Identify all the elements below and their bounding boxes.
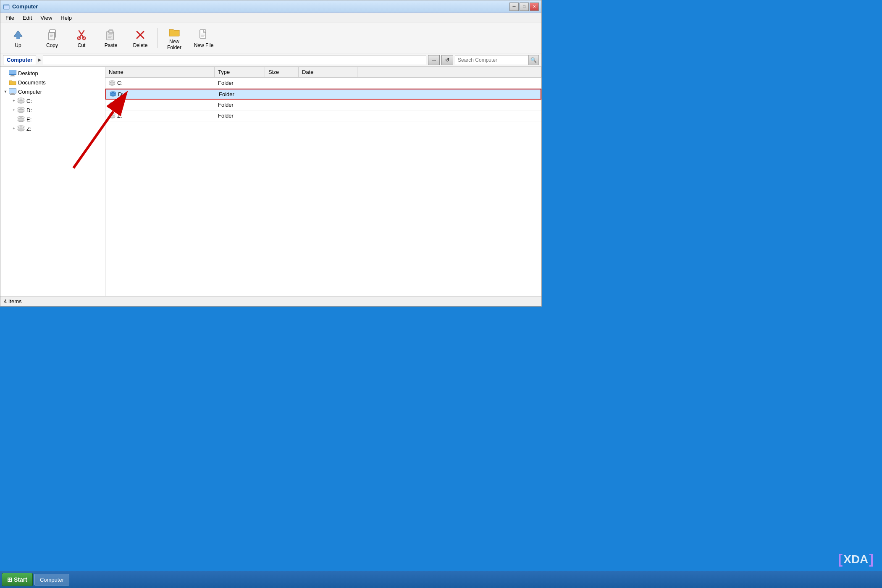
address-input[interactable] <box>43 55 426 65</box>
paste-button[interactable]: Paste <box>97 25 125 52</box>
file-date-d <box>299 93 358 95</box>
svg-rect-6 <box>49 32 55 40</box>
svg-point-45 <box>20 117 22 118</box>
file-name-e: E: <box>105 101 215 109</box>
file-type-c: Folder <box>215 79 265 87</box>
c-drive-icon <box>17 97 25 104</box>
new-file-button[interactable]: New File <box>189 25 218 52</box>
sidebar-item-e[interactable]: E: <box>0 115 105 124</box>
sidebar-item-desktop[interactable]: Desktop <box>0 68 105 78</box>
desktop-label: Desktop <box>18 70 38 76</box>
file-type-d: Folder <box>215 90 266 98</box>
window-title: Computer <box>12 3 509 10</box>
up-icon <box>11 28 25 42</box>
computer-expand-icon[interactable]: ▼ <box>2 88 9 95</box>
expand-placeholder <box>2 70 9 76</box>
svg-rect-29 <box>10 76 15 76</box>
sidebar-item-documents[interactable]: Documents <box>0 78 105 87</box>
copy-button[interactable]: Copy <box>38 25 66 52</box>
delete-icon <box>134 28 147 42</box>
new-file-icon <box>197 28 210 42</box>
col-header-name[interactable]: Name <box>105 67 215 77</box>
xda-text: XDA <box>843 553 868 566</box>
z-drive-icon <box>17 125 25 132</box>
file-size-d <box>266 93 299 95</box>
taskbar: ⊞ Start Computer <box>0 571 882 588</box>
cut-label: Cut <box>78 42 86 48</box>
breadcrumb-arrow: ▶ <box>38 57 41 63</box>
file-list-header: Name Type Size Date <box>105 67 541 78</box>
file-name-z: Z: <box>105 112 215 120</box>
svg-rect-31 <box>9 89 16 93</box>
file-date-c <box>299 82 357 84</box>
search-button[interactable]: 🔍 <box>528 55 538 65</box>
cut-icon <box>75 28 88 42</box>
col-header-size[interactable]: Size <box>265 67 299 77</box>
svg-rect-1 <box>4 4 6 5</box>
maximize-button[interactable]: □ <box>520 3 529 11</box>
copy-icon <box>45 28 59 42</box>
file-row-d[interactable]: D: Folder <box>105 89 541 100</box>
search-input[interactable] <box>455 56 528 64</box>
title-bar: Computer ─ □ ✕ <box>0 0 541 13</box>
menu-view[interactable]: View <box>37 14 55 22</box>
sidebar-item-d[interactable]: + D: <box>0 105 105 115</box>
new-file-label: New File <box>194 42 214 48</box>
file-row-e[interactable]: E: Folder <box>105 100 541 110</box>
go-button[interactable]: → <box>428 55 440 65</box>
svg-rect-2 <box>4 5 9 9</box>
z-label: Z: <box>26 126 32 132</box>
start-button[interactable]: ⊞ Start <box>2 573 33 586</box>
new-folder-label: New Folder <box>162 39 186 50</box>
new-folder-icon <box>168 26 181 38</box>
toolbar: Up Copy <box>0 23 541 53</box>
menu-file[interactable]: File <box>2 14 18 22</box>
svg-point-41 <box>20 108 22 109</box>
e-drive-icon <box>17 116 25 123</box>
c-expand-icon[interactable]: + <box>10 97 17 104</box>
d-drive-icon <box>17 107 25 113</box>
e-label: E: <box>26 116 32 123</box>
paste-icon <box>104 28 118 42</box>
minimize-button[interactable]: ─ <box>509 3 519 11</box>
window-icon <box>3 3 10 10</box>
status-text: 4 Items <box>4 298 22 304</box>
file-name-d: D: <box>106 90 215 98</box>
copy-label: Copy <box>46 42 58 48</box>
sidebar-item-z[interactable]: + Z: <box>0 124 105 133</box>
xda-bracket-right: ] <box>869 551 874 567</box>
e-expand-placeholder <box>10 116 17 123</box>
menu-help[interactable]: Help <box>57 14 75 22</box>
z-expand-icon[interactable]: + <box>10 125 17 132</box>
refresh-button[interactable]: ↺ <box>441 55 453 65</box>
file-explorer-window: Computer ─ □ ✕ File Edit View Help Up <box>0 0 542 307</box>
sidebar-item-computer[interactable]: ▼ Computer <box>0 87 105 96</box>
up-button[interactable]: Up <box>4 25 32 52</box>
svg-rect-28 <box>11 75 14 76</box>
paste-label: Paste <box>105 42 118 48</box>
sidebar-item-c[interactable]: + C: <box>0 96 105 105</box>
svg-rect-16 <box>109 31 113 32</box>
svg-point-65 <box>111 114 113 115</box>
taskbar-computer[interactable]: Computer <box>34 574 69 585</box>
start-label: Start <box>14 576 27 583</box>
col-header-type[interactable]: Type <box>215 67 265 77</box>
d-expand-icon[interactable]: + <box>10 107 17 113</box>
separator-1 <box>35 28 35 48</box>
menu-bar: File Edit View Help <box>0 13 541 23</box>
svg-point-37 <box>20 99 22 100</box>
file-type-e: Folder <box>215 101 265 109</box>
separator-2 <box>157 28 158 48</box>
menu-edit[interactable]: Edit <box>19 14 35 22</box>
go-arrow-icon: → <box>431 57 437 63</box>
file-row-c[interactable]: C: Folder <box>105 78 541 89</box>
delete-button[interactable]: Delete <box>126 25 155 52</box>
svg-rect-33 <box>10 94 15 95</box>
breadcrumb[interactable]: Computer <box>3 55 36 65</box>
new-folder-button[interactable]: New Folder <box>160 25 189 52</box>
col-header-date[interactable]: Date <box>299 67 357 77</box>
cut-button[interactable]: Cut <box>67 25 96 52</box>
file-size-e <box>265 104 299 106</box>
close-button[interactable]: ✕ <box>530 3 539 11</box>
file-row-z[interactable]: Z: Folder <box>105 110 541 121</box>
